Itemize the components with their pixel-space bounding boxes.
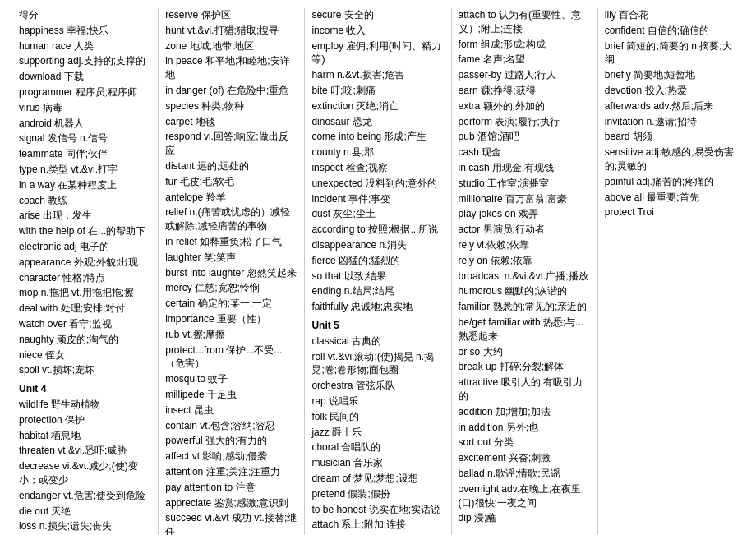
list-item: afterwards adv.然后;后来 [605,99,737,113]
list-item: play jokes on 戏弄 [459,207,591,221]
list-item: android 机器人 [19,117,151,131]
list-item: pay attention to 注意 [165,481,297,495]
list-item: affect vt.影响;感动;侵袭 [165,450,297,464]
list-item: so that 以致;结果 [311,270,444,284]
list-item: millipede 千足虫 [165,388,297,402]
list-item: lily 百合花 [605,8,737,22]
list-item: earn 赚;挣得;获得 [459,84,591,98]
list-item: above all 最重要;首先 [605,191,737,205]
list-item: fierce 凶猛的;猛烈的 [311,254,444,268]
list-item: brief 简短的;简要的 n.摘要;大纲 [605,39,737,67]
list-item: insect 昆虫 [165,404,297,417]
list-item: with the help of 在...的帮助下 [19,224,151,238]
column-5: lily 百合花confident 自信的;确信的brief 简短的;简要的 n… [598,8,744,535]
list-item: perform 表演;履行;执行 [459,115,591,129]
list-item: roll vt.&vi.滚动;(使)揭晃 n.揭晃;卷;卷形物;面包圈 [311,350,444,378]
list-item: mosquito 蚊子 [165,372,297,386]
list-item: appearance 外观;外貌;出现 [19,256,151,270]
list-item: incident 事件;事变 [311,192,444,206]
list-item: classical 古典的 [311,334,444,348]
list-item: certain 确定的;某一;一定 [165,297,297,311]
list-item: or so 大约 [459,345,591,359]
list-item: dip 浸;蘸 [459,511,591,525]
list-item: be/get familiar with 热悉;与...熟悉起来 [459,316,591,344]
list-item: devotion 投入;热爱 [605,84,737,98]
list-item: come into being 形成;产生 [311,130,444,144]
list-item: burst into laughter 忽然笑起来 [165,266,297,280]
list-item: form 组成;形成;构成 [459,38,591,52]
list-item: arise 出现；发生 [19,209,151,223]
list-item: actor 男演员;行动者 [459,223,591,237]
list-item: relief n.(痛苦或忧虑的）减轻或解除;减轻痛苦的事物 [165,205,297,233]
list-item: humorous 幽默的;诙谐的 [459,284,591,298]
list-item: reserve 保护区 [165,8,297,22]
list-item: naughty 顽皮的;淘气的 [19,333,151,347]
list-item: coach 教练 [19,194,151,208]
list-item: Unit 4 [19,382,151,396]
list-item: disappearance n.消失 [311,238,444,252]
list-item: rap 说唱乐 [311,394,444,408]
list-item: extra 额外的;外加的 [459,99,591,113]
list-item: overnight adv.在晚上;在夜里;(口)很快;一夜之间 [459,482,591,510]
list-item: in a way 在某种程度上 [19,178,151,192]
list-item: endanger vt.危害;使受到危险 [19,489,151,503]
list-item: beard 胡须 [605,130,737,144]
list-item: die out 灭绝 [19,505,151,519]
list-item: attention 注重;关注;注重力 [165,465,297,479]
list-item: secure 安全的 [311,8,444,22]
list-item: protection 保护 [19,413,151,427]
list-item: sensitive adj.敏感的;易受伤害的;灵敏的 [605,145,737,173]
list-item: zone 地域;地带;地区 [165,39,297,53]
list-item: in relief 如释重负;松了口气 [165,235,297,249]
list-item: succeed vi.&vt 成功 vt.接替;继任 [165,511,297,535]
list-item: sort out 分类 [459,436,591,450]
list-item: break up 打碎;分裂;解体 [459,360,591,374]
list-item: contain vt.包含;容纳;容忍 [165,419,297,433]
list-item: loss n.损失;遗失;丧失 [19,519,151,533]
list-item: rely vi.依赖;依靠 [459,238,591,252]
list-item: passer-by 过路人;行人 [459,68,591,82]
list-item: happiness 幸福;快乐 [19,24,151,38]
list-item: deal with 处理;安排;对付 [19,302,151,316]
list-item: mercy 仁慈;宽恕;怜悯 [165,281,297,295]
list-item: bite 叮;咬;刺痛 [311,84,444,98]
list-item: antelope 羚羊 [165,191,297,205]
list-item: protect...from 保护...不受...（危害） [165,344,297,371]
list-item: choral 合唱队的 [311,440,444,454]
list-item: pretend 假装;假扮 [311,487,444,501]
list-item: 得分 [19,8,151,22]
list-item: respond vi.回答;响应;做出反应 [165,130,297,158]
list-item: attractive 吸引人的;有吸引力的 [459,376,591,404]
list-item: familiar 熟悉的;常见的;亲近的 [459,300,591,314]
list-item: in peace 和平地;和睦地;安详地 [165,54,297,82]
list-item: carpet 地毯 [165,115,297,129]
list-item: niece 侄女 [19,348,151,362]
list-item: distant 远的;远处的 [165,159,297,173]
list-item: faithfully 忠诚地;忠实地 [311,300,444,314]
list-item: in danger (of) 在危险中;重危 [165,84,297,98]
list-item: appreciate 鉴赏;感激;意识到 [165,496,297,510]
list-item: dream of 梦见;梦想;设想 [311,472,444,486]
list-item: orchestra 管弦乐队 [311,379,444,393]
list-item: in cash 用现金;有现钱 [459,161,591,175]
list-item: teammate 同伴;伙伴 [19,147,151,161]
list-item: Unit 5 [311,319,444,333]
list-item: cash 现金 [459,145,591,159]
list-item: ending n.结局;结尾 [311,284,444,298]
list-item: hunt vt.&vi.打猎;猎取;搜寻 [165,24,297,38]
list-item: unexpected 没料到的;意外的 [311,177,444,191]
list-item: attach to 认为有(重要性、意义）;附上;连接 [459,8,591,36]
list-item: studio 工作室;演播室 [459,177,591,191]
list-item: importance 重要（性） [165,312,297,326]
list-item: painful adj.痛苦的;疼痛的 [605,175,737,189]
list-item: to be honest 说实在地;实话说 [311,503,444,517]
list-item: threaten vt.&vi.恐吓;威胁 [19,444,151,458]
list-item: briefly 简要地;短暂地 [605,68,737,82]
list-item: supporting adj.支持的;支撑的 [19,54,151,68]
list-item: laughter 笑;笑声 [165,251,297,265]
list-item: spoil vt.损坏;宠坏 [19,363,151,377]
list-item: fur 毛皮;毛;软毛 [165,175,297,189]
list-item: according to 按照;根据...所说 [311,223,444,237]
list-item: dust 灰尘;尘土 [311,207,444,221]
list-item: watch over 看守;监视 [19,317,151,331]
